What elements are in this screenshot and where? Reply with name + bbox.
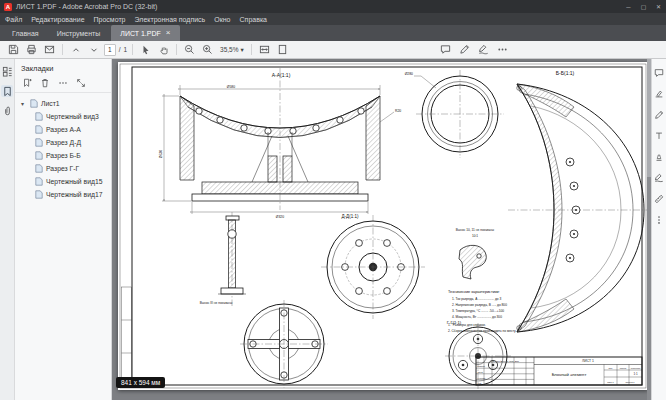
svg-text:10:1: 10:1 <box>472 234 478 238</box>
expand-panel-icon[interactable] <box>75 77 86 88</box>
fit-width-icon[interactable] <box>257 43 272 57</box>
zoom-level-dropdown[interactable]: 35,5% ▾ <box>218 46 246 54</box>
svg-text:Масса: Масса <box>620 367 627 369</box>
tool-measure-icon[interactable] <box>653 193 665 205</box>
svg-text:Лист 1: Лист 1 <box>607 381 614 383</box>
bookmark-item[interactable]: Чертежный вид15 <box>17 175 109 188</box>
tab-tools[interactable]: Инструменты <box>48 25 110 41</box>
bookmark-root-item[interactable]: ▾ Лист1 <box>17 97 109 110</box>
toolbar: 1 / 1 35,5% ▾ <box>0 41 666 59</box>
svg-text:Ø280: Ø280 <box>405 72 413 76</box>
close-icon[interactable]: ✕ <box>651 0 666 13</box>
bookmark-item[interactable]: Чертежный вид17 <box>17 188 109 201</box>
svg-text:Технические характеристики:: Технические характеристики: <box>448 290 500 294</box>
svg-text:Блочный элемент: Блочный элемент <box>552 372 587 377</box>
bookmark-page-icon <box>35 138 43 147</box>
maximize-icon[interactable]: ▢ <box>636 0 651 13</box>
bookmarks-panel-icon[interactable] <box>1 85 13 97</box>
menu-item-esign[interactable]: Электронная подпись <box>135 16 206 23</box>
bookmark-page-icon <box>35 112 43 121</box>
toolbar-right-group <box>438 43 510 57</box>
menu-item-edit[interactable]: Редактирование <box>31 16 84 23</box>
delete-bookmark-icon[interactable] <box>39 77 50 88</box>
bookmark-item[interactable]: Разрез Д-Д <box>17 136 109 149</box>
view-section-d-d: Д-Д(1:1) <box>321 214 425 319</box>
more-tools-icon[interactable] <box>495 43 510 57</box>
svg-text:Д-Д(1:1): Д-Д(1:1) <box>342 214 359 219</box>
svg-text:Лит.: Лит. <box>608 367 612 369</box>
toolbar-separator <box>176 44 177 55</box>
fit-page-icon[interactable] <box>275 43 290 57</box>
bookmark-label: Разрез Д-Д <box>46 139 81 146</box>
bookmark-label: Разрез Б-Б <box>46 152 81 159</box>
chevron-down-icon: ▾ <box>21 100 27 107</box>
scrollbar-thumb[interactable] <box>647 59 651 177</box>
tool-text-icon[interactable] <box>653 130 665 142</box>
hand-tool-icon[interactable] <box>156 43 171 57</box>
bookmark-page-icon <box>35 190 43 199</box>
tool-comment-icon[interactable] <box>653 67 665 79</box>
menu-item-file[interactable]: Файл <box>5 16 22 23</box>
svg-text:R20: R20 <box>395 109 401 113</box>
save-icon[interactable] <box>6 43 21 57</box>
svg-text:Масштаб: Масштаб <box>631 367 641 369</box>
view-flange-cross <box>240 300 328 388</box>
title-block: ЛИСТ 1 Блочный элемент Изм. Лист № докум… <box>476 357 642 385</box>
menu-item-help[interactable]: Справка <box>240 16 267 23</box>
svg-text:1. Ток разряда, А ............: 1. Ток разряда, А .................. до … <box>452 297 501 301</box>
toolbar-separator <box>251 44 252 55</box>
bookmark-item[interactable]: Разрез А-А <box>17 123 109 136</box>
email-icon[interactable] <box>42 43 57 57</box>
tab-home[interactable]: Главная <box>3 25 48 41</box>
bookmark-label: Чертежный вид15 <box>46 178 103 185</box>
vertical-scrollbar[interactable] <box>647 59 651 400</box>
tool-stamp-icon[interactable] <box>653 151 665 163</box>
new-bookmark-icon[interactable] <box>21 77 32 88</box>
view-section-b-b: Б-Б(1:1) <box>508 70 647 332</box>
view-detail-rod: Вынос III не показаны <box>200 212 246 306</box>
menu-item-window[interactable]: Окно <box>214 16 230 23</box>
fill-sign-icon[interactable] <box>476 43 491 57</box>
svg-text:Листов 1: Листов 1 <box>626 381 636 383</box>
bookmarks-tree: ▾ Лист1 Чертежный вид3 Разрез А-А Разрез… <box>15 93 111 205</box>
zoom-out-icon[interactable] <box>182 43 197 57</box>
bookmark-options-icon[interactable] <box>57 77 68 88</box>
tab-document[interactable]: ЛИСТ 1.PDF × <box>111 25 179 41</box>
tool-highlight-icon[interactable] <box>653 88 665 100</box>
pdf-page[interactable]: А-А(1:1) <box>118 62 648 390</box>
svg-text:4. Мощность, Вт ..............: 4. Мощность, Вт ................ до 300 <box>452 315 502 319</box>
attachments-icon[interactable] <box>1 105 13 117</box>
page-number-input[interactable]: 1 <box>104 44 116 56</box>
next-page-icon[interactable] <box>86 43 101 57</box>
bookmark-item[interactable]: Разрез Г-Г <box>17 162 109 175</box>
minimize-icon[interactable]: ─ <box>621 0 636 13</box>
bookmark-page-icon <box>35 177 43 186</box>
tool-more-icon[interactable] <box>653 214 665 226</box>
bookmark-label: Разрез А-А <box>46 126 81 133</box>
svg-text:2. Напряжение разряда, В .....: 2. Напряжение разряда, В ..... до 800 <box>452 303 507 307</box>
tool-sign-icon[interactable] <box>653 172 665 184</box>
print-icon[interactable] <box>24 43 39 57</box>
svg-text:1:1: 1:1 <box>633 372 638 376</box>
titlebar: A ЛИСТ 1.PDF - Adobe Acrobat Pro DC (32-… <box>0 0 666 13</box>
edit-pdf-icon[interactable] <box>457 43 472 57</box>
bookmark-item[interactable]: Разрез Б-Б <box>17 149 109 162</box>
bookmark-item[interactable]: Чертежный вид3 <box>17 110 109 123</box>
tab-close-icon[interactable]: × <box>166 29 171 37</box>
content-area: Закладки ▾ Лист1 Чертежный вид <box>0 59 666 400</box>
svg-text:2. Сборку компонентов производ: 2. Сборку компонентов производить по мес… <box>448 329 516 333</box>
page-separator: / <box>119 46 121 53</box>
view-ring: Ø280 <box>405 70 504 158</box>
page-thumbnails-icon[interactable] <box>1 65 13 77</box>
zoom-in-icon[interactable] <box>200 43 215 57</box>
svg-text:Ø320: Ø320 <box>276 215 284 219</box>
window-title: ЛИСТ 1.PDF - Adobe Acrobat Pro DC (32-bi… <box>16 3 157 10</box>
bookmark-label: Лист1 <box>41 100 60 107</box>
previous-page-icon[interactable] <box>68 43 83 57</box>
menu-item-view[interactable]: Просмотр <box>94 16 126 23</box>
select-tool-icon[interactable] <box>138 43 153 57</box>
tool-edit-icon[interactable] <box>653 109 665 121</box>
page-size-tooltip: 841 x 594 мм <box>116 377 165 388</box>
comment-tool-icon[interactable] <box>438 43 453 57</box>
svg-text:3. Температура, °С ........ -5: 3. Температура, °С ........ -50…+100 <box>452 309 504 313</box>
